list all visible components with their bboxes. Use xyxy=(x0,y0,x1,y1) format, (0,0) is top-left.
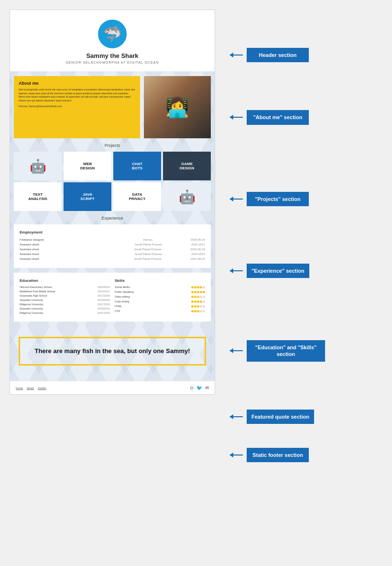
exp-date-4: 2014-2015 xyxy=(191,253,205,255)
exp-job-1: Freelance designer xyxy=(20,238,105,241)
twitter-icon[interactable]: 🐦 xyxy=(196,385,202,390)
project-cell-data-privacy[interactable]: DATAPRIVACY xyxy=(113,182,161,211)
annotation-badge-about: "About me" section xyxy=(247,110,309,124)
arrow-footer xyxy=(229,453,243,457)
data-privacy-label: DATAPRIVACY xyxy=(129,192,146,201)
footer-link-about[interactable]: about xyxy=(27,387,34,389)
project-cell-chat-bots[interactable]: CHATBOTS xyxy=(113,152,161,180)
footer-link-credits[interactable]: credits xyxy=(38,387,46,389)
email-icon[interactable]: ✉ xyxy=(205,385,209,390)
site-title: Sammy the Shark xyxy=(15,52,210,59)
web-design-label: WEBDESIGN xyxy=(80,162,95,170)
annotation-projects: "Projects" section xyxy=(229,192,325,206)
about-section: About me Sed ut perspiciatis unde omnis … xyxy=(14,76,211,138)
exp-row-4: Assistant shark Small Planet Pictures 20… xyxy=(20,253,205,255)
star xyxy=(197,305,199,308)
star-empty xyxy=(200,310,202,312)
skill-name-6: CSS xyxy=(115,310,120,312)
exp-date-2: 2016-2017 xyxy=(191,243,205,246)
skill-row-5: HTML xyxy=(115,305,205,308)
star-empty xyxy=(203,305,205,308)
annotation-badge-edu-skills: "Education" and "Skills" section xyxy=(247,340,325,362)
education-title: Education xyxy=(20,278,110,283)
exp-date-1: 2018-05-20 xyxy=(190,238,205,241)
edu-year-7: 2015-2016 xyxy=(98,311,110,314)
edu-school-5: Ridgemar University xyxy=(20,303,44,306)
quote-section: There are many fish in the sea, but only… xyxy=(14,327,211,375)
text-analysis-label: TEXTANALYSIS xyxy=(28,192,47,201)
star xyxy=(200,286,202,289)
annotations-panel: Header section "About me" section "Proje… xyxy=(229,10,325,462)
edu-year-4: 2019/2016 xyxy=(98,299,110,301)
skill-name-2: Public Speaking xyxy=(115,290,133,293)
annotation-header: Header section xyxy=(229,48,325,62)
quote-box: There are many fish in the sea, but only… xyxy=(19,337,206,366)
edu-year-6: 2019/2016 xyxy=(98,307,110,310)
skill-name-3: Video editing xyxy=(115,295,130,298)
skill-row-1: Social Media xyxy=(115,286,205,289)
game-design-label: GAMEDESIGN xyxy=(180,162,195,170)
arrow-header xyxy=(229,53,243,57)
exp-date-3: 2015-06-20 xyxy=(190,248,205,251)
person-photo-icon: 👩‍💻 xyxy=(165,96,189,119)
project-cell-robot2[interactable]: 🤖 xyxy=(163,182,211,211)
skill-name-5: HTML xyxy=(115,305,122,308)
exp-row-1: Freelance designer Various 2018-05-20 xyxy=(20,238,205,241)
exp-company-4: Small Planet Pictures xyxy=(106,253,192,255)
annotation-edu-skills: "Education" and "Skills" section xyxy=(229,340,325,362)
edu-year-5: 2015-2016 xyxy=(98,303,110,306)
star xyxy=(191,310,194,312)
exp-company-3: Small Planet Pictures xyxy=(105,248,191,251)
star-empty xyxy=(203,296,205,298)
edu-year-2: 2014/2017 xyxy=(98,290,110,293)
edu-row-6: Seawater University 2019/2016 xyxy=(20,307,110,310)
project-cell-game-design[interactable]: GAMEDESIGN xyxy=(163,152,211,180)
edu-row-5: Ridgemar University 2015-2016 xyxy=(20,303,110,306)
project-cell-text-analysis[interactable]: TEXTANALYSIS xyxy=(14,182,62,211)
skill-stars-5 xyxy=(191,305,205,308)
edu-skills-card: Education Hillcrest Elementary School 20… xyxy=(14,273,211,322)
arrow-shaft-header xyxy=(233,55,243,55)
arrow-experience xyxy=(229,268,243,273)
header-section: 🦈 Sammy the Shark SENIOR SELACHOMORPHA A… xyxy=(10,10,215,71)
projects-section: Projects 🤖 WEBDESIGN CHATBOTS GAMEDESIGN xyxy=(14,143,211,211)
skills-title: Skills xyxy=(115,278,205,283)
project-cell-javascript[interactable]: JAVASCRIPT xyxy=(64,182,111,211)
experience-title: Experience xyxy=(14,216,211,221)
edu-year-3: 2017/2020 xyxy=(98,294,110,297)
github-icon[interactable]: ⊙ xyxy=(190,385,194,390)
arrow-head-experience xyxy=(229,268,233,273)
star xyxy=(197,286,199,289)
star-empty xyxy=(203,286,205,289)
footer-link-home[interactable]: home xyxy=(16,387,23,389)
skill-name-4: Copy writing xyxy=(115,300,129,303)
exp-job-4: Assistant shark xyxy=(20,253,106,255)
projects-title: Projects xyxy=(14,143,211,148)
exp-row-5: Assistant shark Small Planet Pictures 20… xyxy=(20,257,205,260)
avatar: 🦈 xyxy=(98,20,127,48)
annotation-badge-experience: "Experience" section xyxy=(247,264,309,278)
chat-bots-label: CHATBOTS xyxy=(132,162,142,170)
star xyxy=(191,305,194,308)
annotation-badge-footer: Static footer section xyxy=(247,448,309,462)
project-cell-robot1[interactable]: 🤖 xyxy=(14,152,62,180)
arrow-head-projects xyxy=(229,197,233,201)
exp-job-5: Assistant shark xyxy=(20,257,105,260)
skill-stars-1 xyxy=(191,286,205,289)
exp-company-2: Small Planet Pictures xyxy=(106,243,192,246)
annotation-quote: Featured quote section xyxy=(229,410,325,424)
exp-row-3: Assistant shark Small Planet Pictures 20… xyxy=(20,248,205,251)
about-title: About me xyxy=(19,81,135,86)
star xyxy=(197,300,199,303)
projects-grid: 🤖 WEBDESIGN CHATBOTS GAMEDESIGN TEXTANAL… xyxy=(14,152,211,211)
edu-row-3: Oceanside High School 2017/2020 xyxy=(20,294,110,297)
edu-school-1: Hillcrest Elementary School xyxy=(20,286,52,289)
skill-name-1: Social Media xyxy=(115,286,130,289)
annotation-about: "About me" section xyxy=(229,110,325,124)
edu-school-4: Seawater University xyxy=(20,299,43,301)
project-cell-web-design[interactable]: WEBDESIGN xyxy=(64,152,111,180)
annotation-footer: Static footer section xyxy=(229,448,325,462)
page-wrapper: 🦈 Sammy the Shark SENIOR SELACHOMORPHA A… xyxy=(10,10,382,556)
star xyxy=(203,291,205,293)
annotation-badge-projects: "Projects" section xyxy=(247,192,309,206)
